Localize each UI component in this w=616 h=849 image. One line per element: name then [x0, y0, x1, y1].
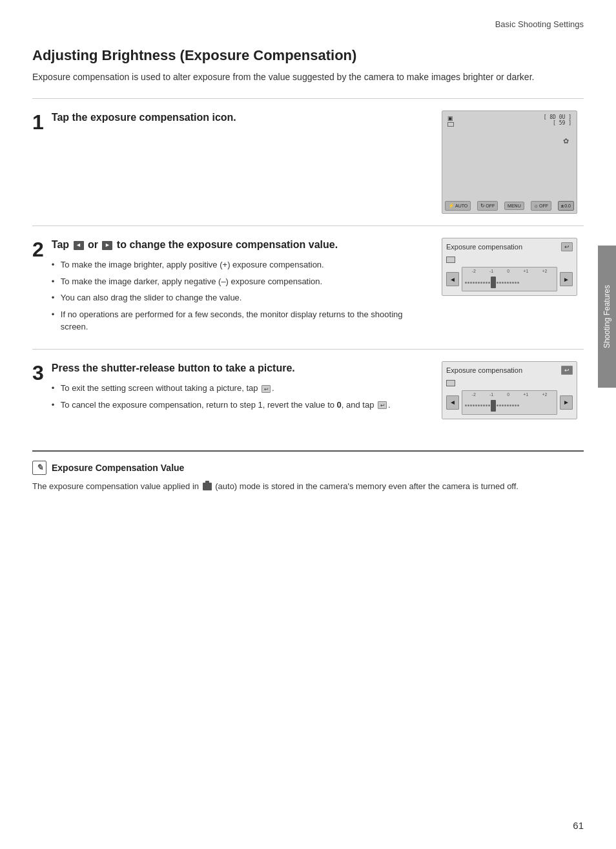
note-text: The exposure compensation value applied … — [32, 480, 584, 493]
note-title: Exposure Compensation Value — [52, 463, 184, 473]
exposure-panel-title-3: Exposure compensation — [446, 366, 522, 374]
page-container: Basic Shooting Settings Shooting Feature… — [0, 0, 616, 849]
step-2-left: 2 Tap ◄ or ► to change the exposure comp… — [32, 238, 429, 337]
exp-cam-outline — [446, 257, 455, 263]
nav-left-icon: ◄ — [74, 241, 84, 250]
wifi-icon: ✿ — [563, 137, 569, 145]
page-number: 61 — [573, 820, 584, 831]
step-1-left: 1 Tap the exposure compensation icon. — [32, 110, 429, 132]
exposure-back-btn[interactable]: ↩ — [561, 242, 573, 251]
cam-status-line1: [ 8D 0U ] — [544, 114, 571, 120]
step-1-section: 1 Tap the exposure compensation icon. ▣ … — [32, 98, 584, 225]
cam-btn-off2-icon: ☼ — [534, 203, 539, 209]
cam-btn-menu: MENU — [504, 202, 524, 210]
exposure-panel-title: Exposure compensation — [446, 243, 522, 251]
step-2-bullets: To make the image brighter, apply positi… — [52, 258, 429, 333]
step-3-right: Exposure compensation ↩ ◄ -2 -1 0 +1 +2 — [442, 361, 584, 419]
exp-cam-outline-3 — [446, 380, 455, 386]
exposure-panel-step3: Exposure compensation ↩ ◄ -2 -1 0 +1 +2 — [442, 361, 577, 419]
step-2-section: 2 Tap ◄ or ► to change the exposure comp… — [32, 225, 584, 349]
exp-left-arrow[interactable]: ◄ — [446, 272, 459, 286]
cam-btn-auto-icon: ⚡ — [448, 203, 455, 209]
exposure-back-btn-3[interactable]: ↩ — [561, 366, 573, 375]
main-title: Adjusting Brightness (Exposure Compensat… — [32, 47, 584, 64]
slider-dots-row — [465, 277, 554, 288]
step-3-heading-text: Press the shutter-release button to take… — [52, 362, 295, 373]
exp-right-arrow-3[interactable]: ► — [560, 395, 573, 410]
step-2-number: 2 — [32, 239, 44, 260]
cam-icon-note — [203, 483, 212, 490]
cam-bottom-bar: ⚡ AUTO ↻ OFF MENU ☼ OFF ± — [445, 201, 574, 211]
back-icon-inline-1: ↩ — [262, 385, 271, 393]
note-section: ✎ Exposure Compensation Value The exposu… — [32, 450, 584, 493]
step-2-bullet-1: To make the image brighter, apply positi… — [52, 258, 429, 271]
exposure-panel-header-3: Exposure compensation ↩ — [446, 366, 573, 375]
step-2-bullet-4: If no operations are performed for a few… — [52, 308, 429, 333]
step-1-heading-text: Tap the exposure compensation icon. — [52, 112, 236, 123]
step-3-section: 3 Press the shutter-release button to ta… — [32, 349, 584, 431]
cam-btn-ev[interactable]: ± 0.0 — [558, 201, 574, 211]
header-title: Basic Shooting Settings — [495, 19, 584, 29]
exposure-slider-area: ◄ -2 -1 0 +1 +2 — [446, 267, 573, 291]
step-1-heading: Tap the exposure compensation icon. — [52, 110, 236, 125]
step-1-right: ▣ [ 8D 0U ] [ 59 ] ✿ ⚡ AUTO ↻ — [442, 110, 584, 214]
exposure-slider-area-3: ◄ -2 -1 0 +1 +2 — [446, 390, 573, 415]
step-2-heading: Tap ◄ or ► to change the exposure compen… — [52, 238, 429, 252]
step-3-bullet-2: To cancel the exposure compensation, ret… — [52, 399, 391, 412]
cam-status-line2: [ 59 ] — [544, 120, 571, 126]
cam-btn-off1-icon: ↻ — [480, 203, 485, 209]
step-3-bullets: To exit the setting screen without takin… — [52, 382, 391, 411]
exp-left-arrow-3[interactable]: ◄ — [446, 395, 459, 410]
step-1-number: 1 — [32, 112, 44, 132]
exposure-panel-header: Exposure compensation ↩ — [446, 242, 573, 251]
note-icon: ✎ — [32, 461, 46, 475]
slider-dots-row-3 — [465, 400, 554, 412]
page-header: Basic Shooting Settings — [32, 19, 584, 34]
intro-text: Exposure compensation is used to alter e… — [32, 70, 584, 84]
step-2-bullet-3: You can also drag the slider to change t… — [52, 291, 429, 304]
cam-btn-off2: ☼ OFF — [531, 201, 551, 211]
cam-btn-off1: ↻ OFF — [477, 201, 498, 211]
slider-scale: -2 -1 0 +1 +2 — [462, 269, 557, 273]
step-2-bullet-2: To make the image darker, apply negative… — [52, 275, 429, 288]
step-2-right: Exposure compensation ↩ ◄ -2 -1 0 +1 — [442, 238, 584, 296]
step-3-bullet-1: To exit the setting screen without takin… — [52, 382, 391, 395]
camera-screen-step1: ▣ [ 8D 0U ] [ 59 ] ✿ ⚡ AUTO ↻ — [442, 110, 577, 214]
slider-scale-3: -2 -1 0 +1 +2 — [462, 392, 557, 397]
cam-btn-auto: ⚡ AUTO — [445, 201, 471, 211]
step-3-number: 3 — [32, 362, 44, 383]
side-tab-label: Shooting Features — [602, 285, 611, 348]
note-header: ✎ Exposure Compensation Value — [32, 461, 584, 475]
side-tab: Shooting Features — [598, 246, 616, 388]
slider-container[interactable]: -2 -1 0 +1 +2 — [462, 267, 557, 291]
nav-right-icon: ► — [102, 241, 112, 250]
slider-container-3[interactable]: -2 -1 0 +1 +2 — [462, 390, 557, 415]
step-3-left: 3 Press the shutter-release button to ta… — [32, 361, 429, 415]
step-3-heading: Press the shutter-release button to take… — [52, 361, 391, 375]
exp-right-arrow[interactable]: ► — [560, 272, 573, 286]
back-icon-inline-2: ↩ — [378, 401, 387, 409]
exposure-panel-step2: Exposure compensation ↩ ◄ -2 -1 0 +1 — [442, 238, 577, 296]
